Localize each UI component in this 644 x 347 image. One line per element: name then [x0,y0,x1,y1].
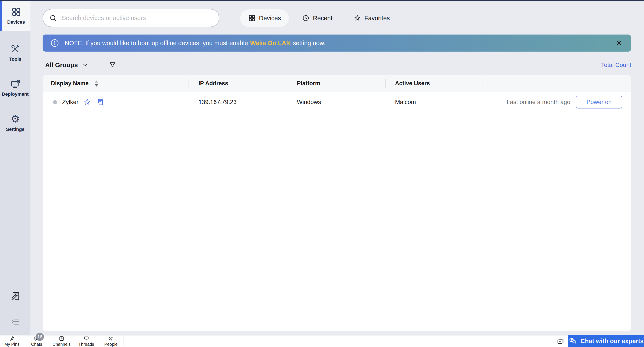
edit-note-icon[interactable] [0,291,30,301]
devices-table: Display Name IP Address Platform Active … [42,75,631,331]
dock-item-people[interactable]: People [98,335,124,347]
sidebar-item-tools[interactable]: Tools [0,41,30,65]
banner-text-suffix: setting now. [293,40,326,47]
column-header-label: IP Address [198,80,228,87]
device-name-cell: Zylker [53,92,104,112]
total-count-link[interactable]: Total Count [601,62,631,68]
column-header-ip-address: IP Address [198,75,228,92]
deployment-monitor-icon [10,79,20,89]
clock-icon [302,15,310,22]
dock-item-channels[interactable]: Channels [49,335,74,347]
banner-text-prefix: NOTE: If you would like to boot up offli… [65,40,248,47]
sidebar-item-label: Settings [6,127,24,132]
power-on-button[interactable]: Power on [576,96,622,109]
view-tabs: Devices Recent Favorites [240,9,398,27]
banner-message: NOTE: If you would like to boot up offli… [65,40,326,47]
column-divider [482,79,483,88]
platform-cell: Windows [297,92,321,112]
last-online-text: Last online a month ago [507,99,570,106]
wake-on-lan-link[interactable]: Wake On LAN [250,40,291,47]
dock-item-chats[interactable]: Chats 16 [24,335,50,347]
active-users-cell: Malcom [395,92,416,112]
tools-icon [10,44,20,54]
sort-arrows-icon [94,80,98,87]
search-input[interactable] [61,14,215,22]
table-header: Display Name IP Address Platform Active … [42,75,631,92]
info-icon [50,39,59,48]
column-divider [188,79,188,88]
sidebar-item-settings[interactable]: ⚙ Settings [0,111,30,135]
tab-label: Recent [313,15,332,22]
ip-address-cell: 139.167.79.23 [198,92,236,112]
devices-grid-icon [248,15,256,22]
list-controls: All Groups Total Count [42,60,631,70]
settings-gear-icon: ⚙ [11,114,20,124]
chat-button-label: Chat with our experts [580,338,644,345]
hash-icon [59,336,64,341]
wake-on-lan-banner: NOTE: If you would like to boot up offli… [42,35,631,52]
divider [554,336,554,346]
pin-icon [9,336,15,341]
column-header-label: Active Users [395,80,430,87]
devices-grid-icon [11,7,21,17]
sidebar-item-label: Tools [9,57,21,62]
search-icon [50,14,57,22]
banner-close-icon[interactable]: ✕ [614,39,624,47]
tab-recent[interactable]: Recent [294,9,340,27]
add-note-icon[interactable] [96,98,104,106]
console-icon[interactable] [0,317,30,326]
dock-item-threads[interactable]: Threads [74,335,99,347]
dock-item-label: Channels [52,342,71,347]
left-sidebar: Devices Tools Deployment ⚙ Settings [0,1,30,335]
divider [124,336,124,346]
dock-item-my-pins[interactable]: My Pins [0,335,25,347]
dock-item-label: Threads [78,342,94,347]
divider [98,60,99,70]
column-header-label: Platform [297,80,320,87]
sidebar-item-deployment[interactable]: Deployment [0,76,30,100]
dock-item-label: People [104,342,118,347]
tab-label: Devices [259,15,281,22]
column-divider [287,79,287,88]
star-icon [354,15,361,22]
unread-count-badge: 16 [36,333,44,341]
favorite-star-icon[interactable] [84,98,91,106]
window-top-strip [0,0,644,1]
dock-item-label: Chats [31,342,42,347]
sidebar-item-label: Devices [7,20,25,25]
column-header-platform: Platform [297,75,320,92]
tab-label: Favorites [364,15,390,22]
thread-bubble-icon [84,336,89,341]
row-meta-cell: Last online a month ago Power on [507,92,622,112]
search-bar[interactable] [42,9,219,27]
status-dot-offline [53,100,57,104]
column-divider [385,79,386,88]
table-row[interactable]: Zylker 139.167.79.23 Windows Malcom Last… [42,92,631,112]
chat-with-experts-button[interactable]: Chat with our experts [568,335,644,347]
column-header-active-users: Active Users [395,75,430,92]
stacked-chats-icon[interactable] [557,337,564,345]
bottom-dock: My Pins Chats 16 Channels Threads [0,335,644,347]
column-header-display-name[interactable]: Display Name [51,75,98,92]
sidebar-item-devices[interactable]: Devices [0,1,30,31]
tab-devices[interactable]: Devices [240,9,289,27]
device-name: Zylker [62,99,78,106]
people-icon [108,336,114,341]
column-header-label: Display Name [51,80,88,87]
tab-favorites[interactable]: Favorites [346,9,398,27]
chevron-down-icon [82,62,88,68]
group-filter-label: All Groups [45,61,78,69]
dock-item-label: My Pins [4,342,20,347]
sidebar-item-label: Deployment [2,91,29,97]
filter-funnel-icon[interactable] [108,61,116,69]
expert-chat-icon [568,337,577,345]
group-filter-dropdown[interactable]: All Groups [45,61,88,69]
